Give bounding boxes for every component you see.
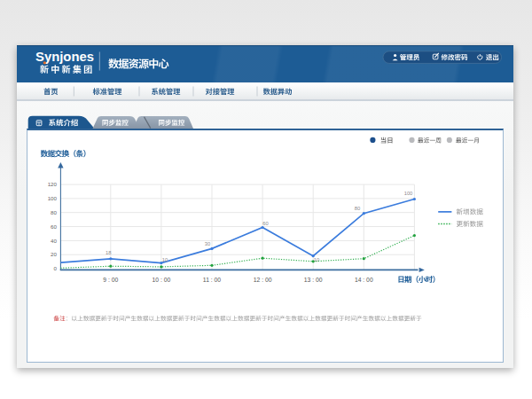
svg-text:60: 60 <box>51 223 57 230</box>
svg-text:30: 30 <box>205 241 210 246</box>
svg-text:12 : 00: 12 : 00 <box>254 277 272 283</box>
svg-text:0: 0 <box>54 265 58 271</box>
svg-text:11 : 00: 11 : 00 <box>203 277 222 283</box>
svg-text:14 : 00: 14 : 00 <box>355 277 373 283</box>
svg-text:80: 80 <box>355 206 360 211</box>
svg-text:10: 10 <box>162 257 168 262</box>
svg-text:13 : 00: 13 : 00 <box>304 277 323 283</box>
svg-text:100: 100 <box>404 191 413 196</box>
svg-text:60: 60 <box>262 221 268 226</box>
svg-text:120: 120 <box>48 181 58 187</box>
svg-text:40: 40 <box>51 238 57 244</box>
svg-text:10 : 00: 10 : 00 <box>153 277 171 283</box>
svg-text:80: 80 <box>51 209 57 215</box>
svg-text:20: 20 <box>51 251 57 257</box>
svg-text:9 : 00: 9 : 00 <box>103 277 118 283</box>
svg-text:100: 100 <box>48 195 58 201</box>
svg-text:18: 18 <box>106 250 111 255</box>
